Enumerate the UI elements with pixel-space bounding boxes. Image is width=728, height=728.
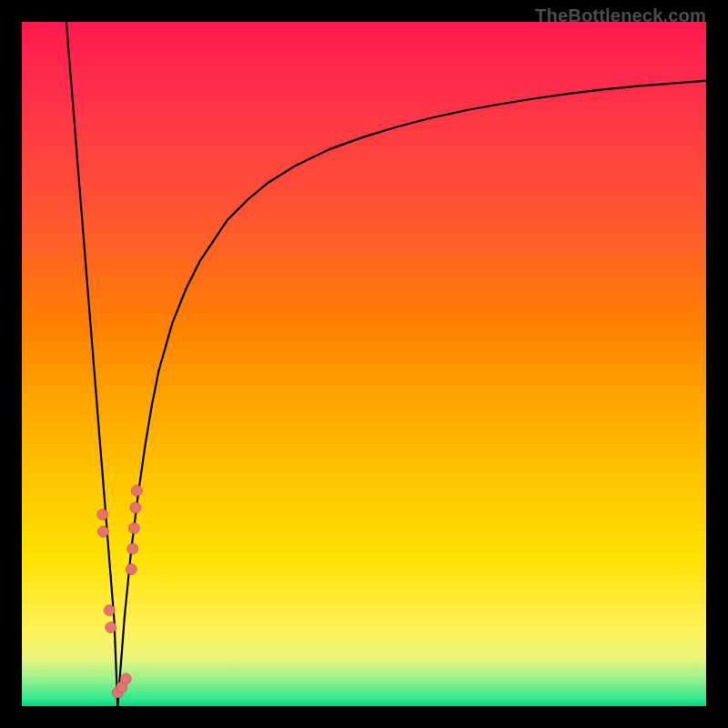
marker-left-cluster-3 (104, 605, 115, 616)
marker-right-cluster-2 (127, 543, 138, 554)
marker-left-cluster-2 (97, 526, 108, 537)
plot-area (22, 22, 706, 706)
marker-dip-3 (120, 673, 131, 684)
marker-right-cluster-4 (130, 502, 141, 513)
curve-right (117, 81, 706, 706)
chart-outer: TheBottleneck.com (0, 0, 728, 728)
curve-layer (22, 22, 706, 706)
marker-left-cluster-4 (106, 622, 116, 633)
marker-right-cluster-1 (126, 564, 136, 575)
curve-left (66, 22, 117, 706)
marker-right-cluster-3 (128, 522, 139, 533)
marker-left-cluster-1 (97, 509, 108, 520)
marker-right-cluster-5 (131, 485, 142, 496)
